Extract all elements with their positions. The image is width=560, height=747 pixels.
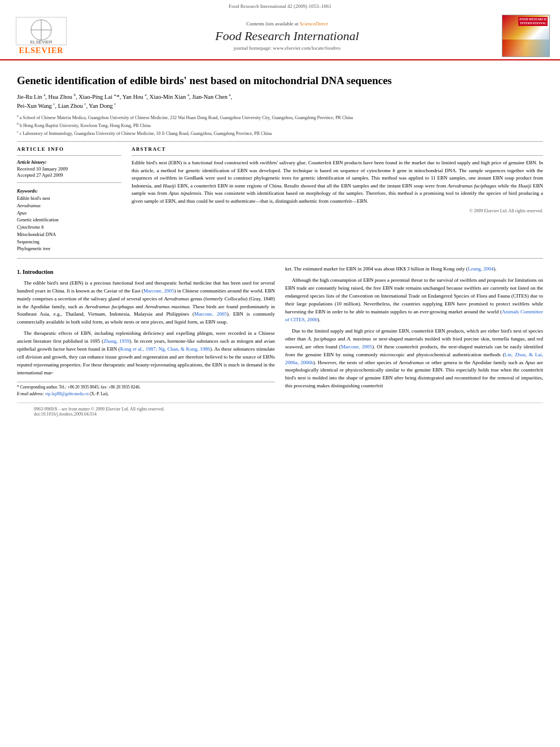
keyword-6: Mitochondrial DNA: [17, 231, 121, 238]
journal-title: Food Research International: [78, 29, 496, 43]
divider-top: [17, 141, 543, 142]
main-body: 1. Introduction The edible bird's nest (…: [17, 265, 543, 397]
article-info-column: ARTICLE INFO Article history: Received 1…: [17, 146, 121, 252]
divider-info: [17, 155, 121, 156]
journal-header: ELSEVIER ELSEVIER Contents lists availab…: [0, 10, 560, 60]
keyword-8: Phylogenetic tree: [17, 245, 121, 252]
accepted-date: Accepted 27 April 2009: [17, 172, 121, 178]
homepage-line: journal homepage: www.elsevier.com/locat…: [78, 45, 496, 51]
keywords-section: Keywords: Edible bird's nest Aerodramus …: [17, 187, 121, 252]
divider-body: [17, 258, 543, 259]
intro-heading: 1. Introduction: [17, 268, 275, 277]
authors: Jie-Ru Lin a, Hua Zhou b, Xiao-Ping Lai …: [17, 92, 543, 111]
copyright-notice: © 2009 Elsevier Ltd. All rights reserved…: [132, 208, 543, 213]
page: Food Research International 42 (2009) 10…: [0, 0, 560, 747]
sciencedirect-line: Contents lists available at ScienceDirec…: [78, 21, 496, 27]
keyword-4: Genetic identification: [17, 216, 121, 224]
history-label: Article history:: [17, 159, 121, 165]
abstract-label: ABSTRACT: [132, 146, 543, 152]
body-left-column: 1. Introduction The edible bird's nest (…: [17, 265, 275, 397]
affiliation-c: c c Laboratory of Immunology, Guangzhou …: [17, 129, 543, 137]
journal-center: Contents lists available at ScienceDirec…: [72, 21, 502, 51]
journal-cover-image: FOOD RESEARCH INTERNATIONAL: [502, 15, 550, 57]
keyword-3: Apus: [17, 209, 121, 217]
affiliation-b: b b Hong Kong Baptist University, Kowloo…: [17, 121, 543, 129]
article-title: Genetic identification of edible birds' …: [17, 74, 543, 88]
keywords-list: Edible bird's nest Aerodramus Apus Genet…: [17, 195, 121, 252]
article-body: Genetic identification of edible birds' …: [0, 60, 560, 426]
elsevier-logo: ELSEVIER ELSEVIER: [10, 17, 72, 55]
elsevier-brand-label: ELSEVIER: [19, 46, 64, 55]
footnote: * Corresponding author. Tel.: +86 20 393…: [17, 382, 275, 397]
body-para-4: Although the high consumption of EBN pos…: [285, 277, 543, 324]
elsevier-logo-image: ELSEVIER: [16, 17, 67, 45]
body-right-column: ket. The estimated market for EBN in 200…: [285, 265, 543, 397]
sciencedirect-link[interactable]: ScienceDirect: [300, 21, 328, 27]
body-para-1: The edible bird's nest (EBN) is a precio…: [17, 279, 275, 327]
keyword-5: Cytochrome b: [17, 224, 121, 231]
cover-text: FOOD RESEARCH INTERNATIONAL: [518, 17, 548, 26]
body-para-5: Due to the limited supply and high price…: [285, 327, 543, 391]
affiliation-a: a a School of Chinese Materia Medica, Gu…: [17, 113, 543, 121]
journal-topbar: Food Research International 42 (2009) 10…: [0, 0, 560, 10]
received-date: Received 10 January 2009: [17, 166, 121, 172]
keyword-7: Sequencing: [17, 238, 121, 246]
abstract-column: ABSTRACT Edible bird's nest (EBN) is a f…: [132, 146, 543, 252]
abstract-text: Edible bird's nest (EBN) is a functional…: [132, 159, 543, 205]
bottom-bar: 0963-9969/$ – see front matter © 2009 El…: [17, 403, 543, 420]
keyword-2: Aerodramus: [17, 202, 121, 209]
affiliations: a a School of Chinese Materia Medica, Gu…: [17, 113, 543, 137]
journal-citation: Food Research International 42 (2009) 10…: [229, 3, 331, 9]
info-abstract-section: ARTICLE INFO Article history: Received 1…: [17, 146, 543, 252]
article-info-label: ARTICLE INFO: [17, 146, 121, 152]
divider-keywords: [17, 182, 121, 183]
keywords-label: Keywords:: [17, 188, 38, 194]
abstract-paragraph: Edible bird's nest (EBN) is a functional…: [132, 159, 543, 205]
footnote-text: * Corresponding author. Tel.: +86 20 393…: [17, 384, 275, 397]
article-history: Article history: Received 10 January 200…: [17, 159, 121, 178]
keyword-1: Edible bird's nest: [17, 195, 121, 202]
body-para-2: The therapeutic effects of EBN, includin…: [17, 330, 275, 377]
svg-text:ELSEVIER: ELSEVIER: [30, 40, 52, 45]
body-para-3: ket. The estimated market for EBN in 200…: [285, 265, 543, 273]
doi-text: 0963-9969/$ – see front matter © 2009 El…: [34, 407, 165, 417]
divider-abstract: [132, 155, 543, 156]
